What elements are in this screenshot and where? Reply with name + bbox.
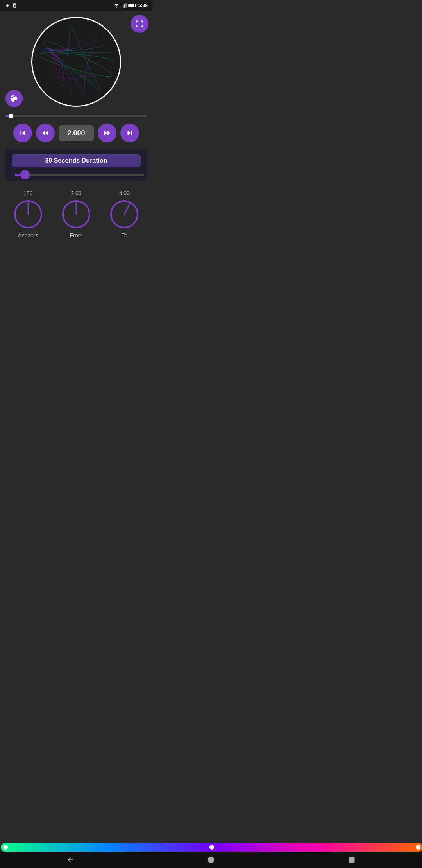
from-value: 2.00: [71, 190, 81, 196]
spiral-canvas: [32, 18, 120, 106]
palette-button[interactable]: [5, 90, 23, 107]
fast-forward-icon: [103, 129, 111, 137]
from-label: From: [70, 232, 83, 239]
to-knob[interactable]: [109, 199, 140, 230]
camera-icon: [5, 3, 10, 8]
svg-point-0: [6, 4, 9, 7]
skip-forward-icon: [125, 129, 134, 137]
anchors-value: 180: [23, 190, 32, 196]
from-knob-group: 2.00 From: [61, 190, 92, 239]
svg-rect-9: [129, 4, 134, 7]
palette-icon: [10, 94, 18, 103]
svg-rect-10: [136, 5, 136, 6]
wifi-icon: [113, 3, 120, 8]
duration-label: 30 Seconds Duration: [12, 154, 141, 167]
anchors-knob[interactable]: [13, 199, 44, 230]
progress-track[interactable]: [5, 115, 147, 117]
skip-back-icon: [18, 129, 27, 137]
to-value: 4.00: [119, 190, 130, 196]
svg-rect-5: [123, 5, 124, 8]
fast-forward-button[interactable]: [98, 124, 116, 142]
rewind-icon: [41, 129, 50, 137]
svg-rect-1: [13, 4, 16, 8]
fullscreen-icon: [135, 20, 144, 28]
rewind-button[interactable]: [36, 124, 55, 142]
skip-forward-button[interactable]: [120, 124, 139, 142]
duration-slider-thumb[interactable]: [20, 170, 30, 179]
battery-icon: [128, 3, 137, 8]
progress-thumb[interactable]: [9, 114, 13, 118]
svg-rect-6: [124, 4, 125, 8]
status-left-icons: [5, 3, 18, 8]
duration-slider[interactable]: [15, 174, 144, 176]
knobs-section: 180 Anchors 2.00 From 4.00 To: [0, 184, 152, 246]
transport-value-display: 2.000: [59, 125, 94, 141]
to-knob-group: 4.00 To: [109, 190, 140, 239]
fullscreen-button[interactable]: [131, 15, 148, 33]
status-right-icons: 5:39: [113, 3, 148, 8]
visualization-area: [0, 11, 152, 113]
spiral-visualization: [31, 17, 121, 107]
transport-controls: 2.000: [0, 120, 152, 146]
status-time: 5:39: [138, 3, 148, 8]
from-knob[interactable]: [61, 199, 92, 230]
signal-icon: [121, 3, 127, 8]
anchors-label: Anchors: [18, 232, 38, 239]
anchors-knob-group: 180 Anchors: [13, 190, 44, 239]
svg-rect-7: [126, 3, 127, 8]
svg-point-3: [116, 7, 117, 8]
status-bar: 5:39: [0, 0, 152, 11]
progress-bar-container[interactable]: [0, 113, 152, 120]
sim-icon: [13, 3, 18, 8]
skip-back-button[interactable]: [13, 124, 32, 142]
svg-rect-4: [122, 6, 122, 8]
duration-panel: 30 Seconds Duration: [5, 149, 147, 181]
to-label: To: [122, 232, 127, 239]
